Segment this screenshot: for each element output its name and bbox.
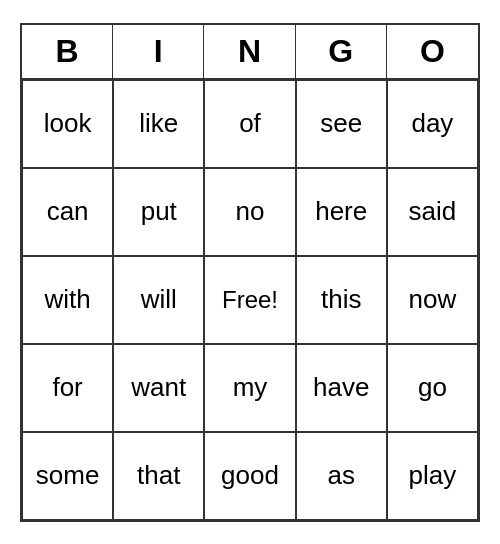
cell-3-0[interactable]: for bbox=[22, 344, 113, 432]
header-i: I bbox=[113, 25, 204, 78]
cell-4-2[interactable]: good bbox=[204, 432, 295, 520]
header-g: G bbox=[296, 25, 387, 78]
cell-0-2[interactable]: of bbox=[204, 80, 295, 168]
bingo-grid: look like of see day can put no here sai… bbox=[22, 80, 478, 520]
cell-3-2[interactable]: my bbox=[204, 344, 295, 432]
cell-2-3[interactable]: this bbox=[296, 256, 387, 344]
header-n: N bbox=[204, 25, 295, 78]
cell-0-4[interactable]: day bbox=[387, 80, 478, 168]
cell-0-3[interactable]: see bbox=[296, 80, 387, 168]
cell-0-0[interactable]: look bbox=[22, 80, 113, 168]
cell-1-1[interactable]: put bbox=[113, 168, 204, 256]
cell-2-4[interactable]: now bbox=[387, 256, 478, 344]
cell-4-1[interactable]: that bbox=[113, 432, 204, 520]
bingo-card: B I N G O look like of see day can put n… bbox=[20, 23, 480, 522]
cell-4-4[interactable]: play bbox=[387, 432, 478, 520]
cell-2-2-free[interactable]: Free! bbox=[204, 256, 295, 344]
cell-2-1[interactable]: will bbox=[113, 256, 204, 344]
header-o: O bbox=[387, 25, 478, 78]
cell-4-0[interactable]: some bbox=[22, 432, 113, 520]
cell-4-3[interactable]: as bbox=[296, 432, 387, 520]
bingo-header: B I N G O bbox=[22, 25, 478, 80]
cell-2-0[interactable]: with bbox=[22, 256, 113, 344]
cell-0-1[interactable]: like bbox=[113, 80, 204, 168]
cell-1-4[interactable]: said bbox=[387, 168, 478, 256]
cell-1-0[interactable]: can bbox=[22, 168, 113, 256]
cell-3-3[interactable]: have bbox=[296, 344, 387, 432]
cell-3-4[interactable]: go bbox=[387, 344, 478, 432]
cell-3-1[interactable]: want bbox=[113, 344, 204, 432]
cell-1-3[interactable]: here bbox=[296, 168, 387, 256]
header-b: B bbox=[22, 25, 113, 78]
cell-1-2[interactable]: no bbox=[204, 168, 295, 256]
